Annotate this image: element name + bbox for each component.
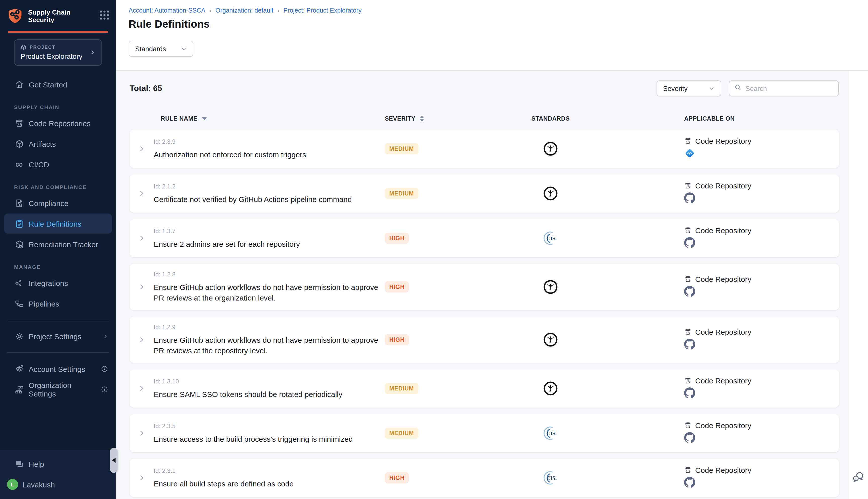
github-icon <box>684 387 695 399</box>
row-expand-chevron[interactable] <box>129 385 154 392</box>
breadcrumb-project-link[interactable]: Project: Product Exploratory <box>283 7 361 14</box>
main-area: Account: Automation-SSCA › Organization:… <box>116 0 868 499</box>
provider-slot <box>684 193 839 206</box>
sidebar-collapse-handle[interactable] <box>110 448 117 473</box>
provider-slot <box>684 286 839 299</box>
supply-chain-security-logo-icon <box>7 8 23 25</box>
table-row[interactable]: Id: 1.3.7 Ensure 2 admins are set for ea… <box>129 219 839 257</box>
column-header-severity[interactable]: SEVERITY <box>385 115 465 122</box>
breadcrumb-organization-link[interactable]: Organization: default <box>215 7 273 14</box>
column-header-rule-name[interactable]: RULE NAME <box>154 115 385 122</box>
rule-id: Id: 1.2.9 <box>154 324 385 331</box>
sort-descending-icon <box>202 117 207 120</box>
sidebar-item-integrations[interactable]: Integrations <box>0 273 116 293</box>
github-icon <box>684 432 695 443</box>
rule-name-cell: Id: 1.2.8 Ensure GitHub action workflows… <box>154 271 385 303</box>
applicable-on-cell: Code Repository <box>616 226 839 250</box>
standards-cell <box>465 279 616 294</box>
applicable-on-cell: Code Repository <box>616 376 839 401</box>
code-repository-icon <box>684 466 692 474</box>
standards-filter-select[interactable]: Standards <box>128 41 194 57</box>
applicable-on-label: Code Repository <box>695 275 751 283</box>
sidebar-item-pipelines[interactable]: Pipelines <box>0 293 116 314</box>
rule-name: Ensure GitHub action workflows do not ha… <box>154 335 380 356</box>
severity-badge: MEDIUM <box>385 428 419 439</box>
sidebar: Supply Chain Security PROJECT Product Ex… <box>0 0 116 499</box>
table-row[interactable]: Id: 1.2.9 Ensure GitHub action workflows… <box>129 317 839 363</box>
app-title: Supply Chain Security <box>28 8 71 24</box>
sidebar-item-artifacts[interactable]: Artifacts <box>0 134 116 154</box>
rule-id: Id: 2.3.1 <box>154 467 385 474</box>
github-icon <box>684 477 695 488</box>
sidebar-item-account-settings[interactable]: Account Settings <box>0 359 116 379</box>
code-repository-icon <box>684 422 692 429</box>
sidebar-item-organization-settings[interactable]: Organization Settings <box>0 379 116 400</box>
table-row[interactable]: Id: 2.3.9 Authorization not enforced for… <box>129 130 839 168</box>
table-row[interactable]: Id: 2.1.2 Certificate not verified by Gi… <box>129 174 839 212</box>
table-row[interactable]: Id: 1.2.8 Ensure GitHub action workflows… <box>129 264 839 310</box>
row-expand-chevron[interactable] <box>129 430 154 437</box>
rules-table-body: Id: 2.3.9 Authorization not enforced for… <box>129 130 839 499</box>
standards-cell: CIS. <box>465 230 616 246</box>
sidebar-item-remediation-tracker[interactable]: Remediation Tracker <box>0 234 116 254</box>
home-icon <box>14 80 24 89</box>
code-repository-icon <box>684 182 692 190</box>
severity-badge: MEDIUM <box>385 188 419 199</box>
applicable-on-cell: Code Repository <box>616 466 839 490</box>
avatar: L <box>7 479 18 490</box>
cube-icon <box>14 139 24 149</box>
sidebar-item-rule-definitions[interactable]: Rule Definitions <box>4 214 112 234</box>
table-row[interactable]: Id: 2.3.1 Ensure all build steps are def… <box>129 459 839 497</box>
sidebar-item-help[interactable]: ? Help <box>0 454 116 474</box>
severity-badge: HIGH <box>385 233 409 244</box>
collapse-arrow-icon <box>112 458 115 463</box>
severity-filter-select[interactable]: Severity <box>657 81 721 97</box>
page-header: Account: Automation-SSCA › Organization:… <box>116 0 868 71</box>
chevron-right-icon <box>89 48 96 57</box>
rule-id: Id: 2.1.2 <box>154 183 385 190</box>
severity-badge: MEDIUM <box>385 383 419 394</box>
sidebar-item-label: Rule Definitions <box>29 219 82 228</box>
owasp-standard-icon <box>543 279 558 294</box>
chevron-down-icon <box>181 46 187 52</box>
info-icon[interactable] <box>101 365 108 373</box>
app-switcher-icon[interactable] <box>100 11 109 20</box>
info-icon[interactable] <box>101 386 108 393</box>
user-menu[interactable]: L Lavakush <box>0 474 116 495</box>
user-name: Lavakush <box>23 480 55 489</box>
rules-toolbar: Total: 65 Severity <box>129 81 839 97</box>
chat-support-icon[interactable] <box>853 471 865 485</box>
row-expand-chevron[interactable] <box>129 474 154 482</box>
rule-name: Ensure access to the build process's tri… <box>154 434 380 444</box>
cis-standard-icon: CIS. <box>543 425 559 441</box>
breadcrumb-account-link[interactable]: Account: Automation-SSCA <box>128 7 206 14</box>
cis-standard-icon: CIS. <box>543 230 559 246</box>
sidebar-item-project-settings[interactable]: Project Settings <box>0 326 116 346</box>
table-row[interactable]: Id: 2.3.5 Ensure access to the build pro… <box>129 414 839 452</box>
sidebar-item-label: Compliance <box>29 199 68 207</box>
sidebar-item-compliance[interactable]: Compliance <box>0 193 116 213</box>
sidebar-divider <box>7 352 109 353</box>
owasp-standard-icon <box>543 141 558 156</box>
standards-cell <box>465 332 616 347</box>
table-row[interactable]: Id: 1.3.10 Ensure SAML SSO tokens should… <box>129 369 839 407</box>
github-icon <box>684 193 695 204</box>
project-selector[interactable]: PROJECT Product Exploratory <box>14 39 102 66</box>
provider-slot <box>684 387 839 401</box>
row-expand-chevron[interactable] <box>129 283 154 291</box>
applicable-on-label: Code Repository <box>695 466 751 474</box>
row-expand-chevron[interactable] <box>129 145 154 152</box>
sidebar-item-cicd[interactable]: ∞ CI/CD <box>0 154 116 174</box>
row-expand-chevron[interactable] <box>129 235 154 242</box>
search-input[interactable] <box>745 85 834 92</box>
row-expand-chevron[interactable] <box>129 190 154 197</box>
severity-cell: MEDIUM <box>385 428 465 439</box>
search-box <box>729 81 839 97</box>
row-expand-chevron[interactable] <box>129 336 154 343</box>
sidebar-item-code-repositories[interactable]: Code Repositories <box>0 113 116 133</box>
sidebar-item-label: Get Started <box>29 80 67 89</box>
rule-name: Ensure SAML SSO tokens should be rotated… <box>154 389 380 399</box>
applicable-on-label: Code Repository <box>695 137 751 145</box>
chevron-separator-icon: › <box>210 7 211 14</box>
sidebar-item-get-started[interactable]: Get Started <box>0 74 116 95</box>
